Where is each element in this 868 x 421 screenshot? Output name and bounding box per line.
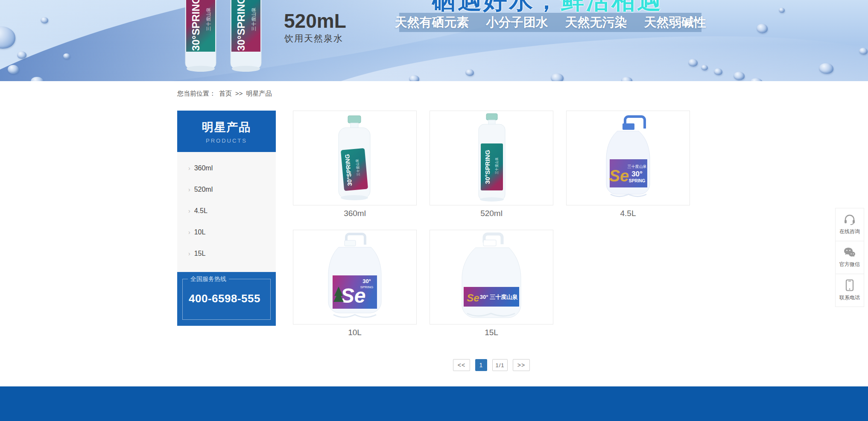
arrow-icon: › <box>188 208 190 214</box>
feature-text: 天然有硒元素 <box>395 14 469 31</box>
arrow-icon: › <box>188 186 190 193</box>
pagination: << 1 1/1 >> <box>293 359 690 371</box>
water-droplet <box>409 75 419 81</box>
product-card-520ml[interactable]: 30°SPRING 三十度山泉 <box>430 111 553 205</box>
water-droplet <box>688 59 698 67</box>
breadcrumb: 您当前位置： 首页 >> 明星产品 <box>177 90 272 98</box>
sidebar-menu: › 360ml › 520ml › 4.5L › 10L › 15L <box>177 152 276 272</box>
svg-text:30°SPRING: 30°SPRING <box>190 0 202 51</box>
arrow-icon: › <box>188 165 190 172</box>
svg-text:30°: 30° <box>631 170 643 178</box>
banner-volume-subtitle: 饮用天然泉水 <box>284 32 343 44</box>
feature-text: 天然无污染 <box>565 14 627 31</box>
product-caption-15l: 15L <box>430 328 553 337</box>
water-droplet <box>465 69 474 76</box>
banner-feature-strip: 天然有硒元素 小分子团水 天然无污染 天然弱碱性 <box>399 13 701 32</box>
sidebar-header: 明星产品 PRODUCTS <box>177 111 276 152</box>
pagination-page-1-button[interactable]: 1 <box>475 359 487 371</box>
water-droplet <box>8 65 19 74</box>
water-droplet <box>63 53 70 59</box>
product-caption-10l: 10L <box>293 328 417 337</box>
water-droplet <box>859 48 868 55</box>
page: 硒遇好水，鲜活相遇 天然有硒元素 小分子团水 天然无污染 天然弱碱性 30°SP… <box>0 0 868 421</box>
float-item-label: 在线咨询 <box>839 228 860 235</box>
product-card-360ml[interactable]: 30°SPRING 三十度山泉 <box>293 111 417 205</box>
svg-text:SPRING: SPRING <box>629 178 646 183</box>
breadcrumb-home-link[interactable]: 首页 <box>219 90 232 98</box>
pagination-prev-button[interactable]: << <box>453 359 470 371</box>
float-contact-bar: 在线咨询 官方微信 联系电话 <box>835 208 864 307</box>
product-card-15l[interactable]: Se 30° 三十度山泉 <box>430 230 553 325</box>
banner-volume-label: 520mL <box>284 9 346 32</box>
breadcrumb-separator: >> <box>235 90 243 98</box>
hotline-number: 400-6598-555 <box>189 292 270 305</box>
sidebar-item-360ml[interactable]: › 360ml <box>177 158 276 179</box>
sidebar-item-15l[interactable]: › 15L <box>177 243 276 264</box>
arrow-icon: › <box>188 250 190 257</box>
contact-phone-button[interactable]: 联系电话 <box>835 274 864 307</box>
wechat-icon <box>843 247 856 258</box>
svg-text:三十度山泉: 三十度山泉 <box>206 8 211 31</box>
float-item-label: 联系电话 <box>839 294 860 301</box>
banner-bottle-magenta: 30°SPRING 三十度山泉 <box>179 0 222 75</box>
pagination-next-button[interactable]: >> <box>513 359 530 371</box>
water-droplet <box>819 63 833 74</box>
footer <box>0 386 868 421</box>
water-droplet <box>701 65 708 70</box>
svg-text:Se: Se <box>609 167 629 185</box>
product-image-15l: Se 30° 三十度山泉 <box>451 231 532 324</box>
pagination-info: 1/1 <box>492 359 508 371</box>
svg-text:三十度山泉: 三十度山泉 <box>495 157 499 174</box>
phone-icon <box>845 279 854 291</box>
sidebar-title: 明星产品 <box>177 120 276 135</box>
arrow-icon: › <box>188 229 190 236</box>
svg-text:SPRING: SPRING <box>360 285 374 289</box>
feature-text: 小分子团水 <box>486 14 548 31</box>
float-item-label: 官方微信 <box>839 261 860 268</box>
water-droplet <box>757 24 768 33</box>
sidebar-item-label: 10L <box>194 228 206 236</box>
svg-text:30°: 30° <box>362 278 371 284</box>
online-consult-button[interactable]: 在线咨询 <box>835 208 864 241</box>
svg-text:三十度山泉: 三十度山泉 <box>251 8 256 31</box>
product-image-360ml: 30°SPRING 三十度山泉 <box>321 114 389 202</box>
svg-text:Se: Se <box>467 292 479 304</box>
water-droplet <box>714 68 722 75</box>
banner-bottles: 30°SPRING 三十度山泉 30°SPRING 三十度山泉 <box>179 0 271 75</box>
headset-icon <box>844 214 856 225</box>
water-droplet <box>734 72 745 80</box>
sidebar-item-520ml[interactable]: › 520ml <box>177 179 276 200</box>
breadcrumb-current: 明星产品 <box>246 90 272 98</box>
water-droplet <box>17 51 26 59</box>
product-image-4-5l: Se 三十度山泉 30° SPRING <box>592 113 664 203</box>
sidebar-item-10l[interactable]: › 10L <box>177 222 276 243</box>
sidebar-item-label: 15L <box>194 250 206 257</box>
hotline-box: 全国服务热线 400-6598-555 <box>182 279 271 320</box>
hotline-label: 全国服务热线 <box>188 275 229 283</box>
sidebar-item-label: 520ml <box>194 186 213 193</box>
breadcrumb-prefix: 您当前位置： <box>177 90 216 98</box>
banner-bottle-teal: 30°SPRING 三十度山泉 <box>225 0 267 75</box>
svg-text:30°SPRING: 30°SPRING <box>235 0 247 51</box>
sidebar-item-4-5l[interactable]: › 4.5L <box>177 200 276 222</box>
svg-text:三十度山泉: 三十度山泉 <box>628 164 647 169</box>
product-image-10l: Se 30° SPRING <box>316 231 393 323</box>
product-caption-360ml: 360ml <box>293 209 417 218</box>
water-droplet <box>779 8 785 13</box>
hotline-panel: 全国服务热线 400-6598-555 <box>177 272 276 326</box>
sidebar-item-label: 4.5L <box>194 207 208 215</box>
official-wechat-button[interactable]: 官方微信 <box>835 241 864 274</box>
svg-text:30° 三十度山泉: 30° 三十度山泉 <box>480 294 518 300</box>
water-droplet <box>551 73 564 81</box>
product-card-4-5l[interactable]: Se 三十度山泉 30° SPRING <box>566 111 690 205</box>
product-caption-520ml: 520ml <box>430 209 553 218</box>
product-image-520ml: 30°SPRING 三十度山泉 <box>457 113 526 203</box>
water-droplet <box>41 17 48 23</box>
product-card-10l[interactable]: Se 30° SPRING <box>293 230 417 325</box>
hero-banner: 硒遇好水，鲜活相遇 天然有硒元素 小分子团水 天然无污染 天然弱碱性 30°SP… <box>0 0 868 81</box>
product-caption-4-5l: 4.5L <box>566 209 690 218</box>
svg-text:30°SPRING: 30°SPRING <box>484 150 491 184</box>
feature-text: 天然弱碱性 <box>644 14 706 31</box>
sidebar-item-label: 360ml <box>194 164 213 172</box>
sidebar-subtitle: PRODUCTS <box>177 137 276 144</box>
